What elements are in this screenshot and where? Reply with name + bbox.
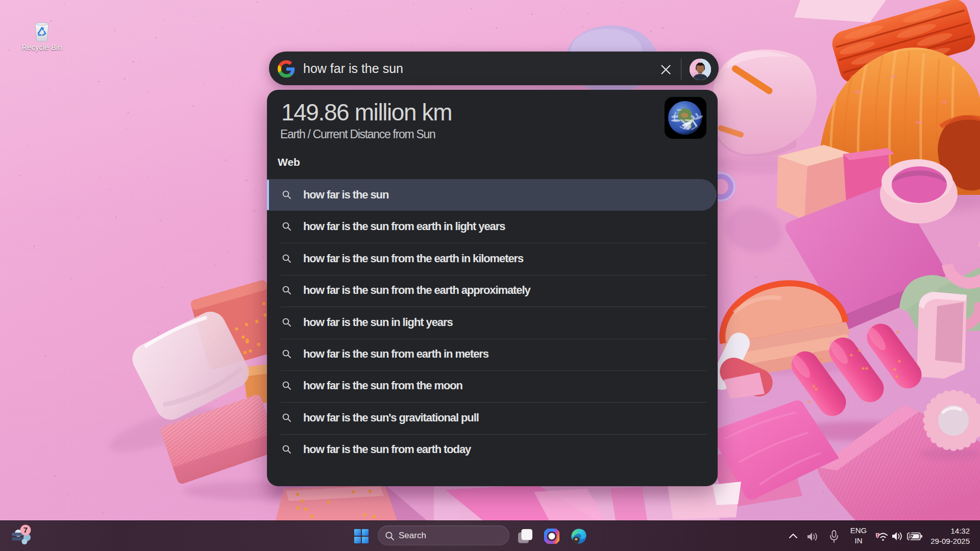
svg-text:7: 7 [23, 525, 28, 534]
